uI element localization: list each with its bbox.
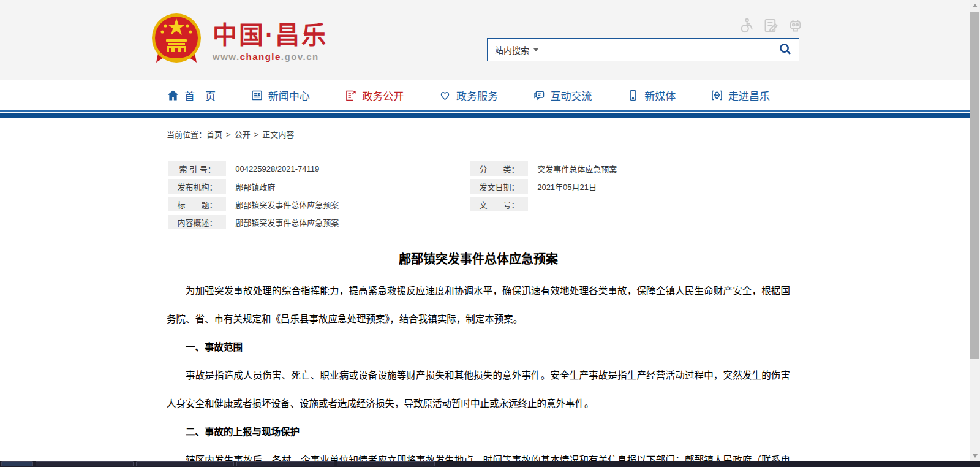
site-name: 中国·昌乐 — [213, 21, 328, 49]
nav-item-gov-service[interactable]: 政务服务 — [439, 88, 498, 103]
article-heading: 一、事故范围 — [167, 333, 790, 362]
newspaper-icon — [251, 89, 263, 102]
robot-icon[interactable] — [787, 17, 804, 34]
site-url-domain: changle — [240, 51, 281, 62]
table-row: 标 题： 鄌郚镇突发事件总体应急预案 文 号： — [168, 197, 768, 211]
breadcrumb-section-link[interactable]: 公开 — [235, 130, 251, 139]
taskbar-button[interactable] — [337, 461, 435, 466]
breadcrumb-prefix: 当前位置： — [167, 130, 206, 139]
breadcrumb-separator: > — [226, 130, 231, 139]
scrollbar-thumb[interactable] — [970, 12, 979, 359]
heart-icon — [439, 89, 451, 102]
meta-label: 发布机构： — [168, 179, 226, 194]
logo-text: 中国·昌乐 www.changle.gov.cn — [213, 21, 328, 62]
nav-item-news[interactable]: 新闻中心 — [251, 88, 310, 103]
meta-label: 标 题： — [168, 197, 226, 211]
meta-label: 发文日期： — [470, 179, 528, 194]
meta-value — [530, 197, 768, 211]
chat-bubble-icon — [533, 89, 546, 102]
site-logo[interactable]: 中国·昌乐 www.changle.gov.cn — [150, 12, 328, 70]
map-pin-icon — [710, 89, 723, 102]
search-input[interactable] — [546, 39, 772, 61]
nav-label: 互动交流 — [551, 88, 592, 103]
smartphone-icon — [627, 89, 639, 102]
divider-line-thick — [0, 113, 970, 118]
meta-label: 分 类： — [470, 161, 528, 176]
breadcrumb: 当前位置：首页>公开>正文内容 — [167, 128, 970, 140]
article-body: 为加强突发事故处理的综合指挥能力，提高紧急救援反应速度和协调水平，确保迅速有效地… — [167, 277, 790, 461]
scrollbar-up-arrow[interactable] — [970, 0, 980, 10]
search-icon — [778, 42, 793, 58]
home-icon — [167, 89, 179, 102]
taskbar-start-button[interactable] — [1, 461, 33, 466]
meta-value: 004225928/2021-74119 — [228, 161, 469, 176]
document-arrow-icon — [344, 89, 357, 102]
meta-value: 鄌郚镇政府 — [228, 179, 469, 194]
utility-icons — [738, 17, 804, 34]
chevron-down-icon — [533, 48, 538, 51]
nav-item-interaction[interactable]: 互动交流 — [533, 88, 592, 103]
nav-item-visit-changle[interactable]: 走进昌乐 — [710, 88, 770, 103]
triangle-down-icon — [973, 454, 978, 458]
taskbar-button[interactable] — [236, 461, 334, 466]
nav-item-home[interactable]: 首 页 — [167, 88, 216, 103]
nav-label: 新媒体 — [644, 88, 676, 103]
table-row: 内容概述： 鄌郚镇突发事件总体应急预案 — [168, 215, 768, 229]
breadcrumb-separator: > — [254, 130, 259, 139]
breadcrumb-current: 正文内容 — [262, 130, 294, 139]
nav-label: 新闻中心 — [268, 88, 310, 103]
meta-value: 鄌郚镇突发事件总体应急预案 — [228, 197, 469, 211]
nav-label: 首 页 — [184, 88, 216, 103]
nav-label: 政务公开 — [362, 88, 404, 103]
table-row: 发布机构： 鄌郚镇政府 发文日期： 2021年05月21日 — [168, 179, 768, 194]
taskbar-button[interactable] — [36, 461, 134, 466]
article-paragraph: 为加强突发事故处理的综合指挥能力，提高紧急救援反应速度和协调水平，确保迅速有效地… — [167, 277, 790, 333]
meta-label: 内容概述： — [168, 215, 226, 229]
correction-icon[interactable] — [763, 17, 779, 34]
search-scope-dropdown[interactable]: 站内搜索 — [488, 39, 546, 61]
taskbar-button[interactable] — [136, 461, 234, 466]
search-scope-label: 站内搜索 — [495, 44, 529, 56]
accessibility-icon[interactable] — [738, 17, 755, 34]
nav-item-new-media[interactable]: 新媒体 — [627, 88, 676, 103]
article-heading: 二、事故的上报与现场保护 — [167, 418, 790, 446]
browser-viewport: 中国·昌乐 www.changle.gov.cn — [0, 0, 970, 461]
breadcrumb-home-link[interactable]: 首页 — [206, 130, 222, 139]
search-button[interactable] — [772, 39, 799, 61]
site-url-suffix: .gov.cn — [281, 51, 319, 62]
national-emblem-icon — [150, 12, 203, 70]
scrollbar-down-arrow[interactable] — [970, 450, 980, 461]
main-navigation: 首 页 新闻中心 — [0, 80, 970, 110]
article-paragraph: 事故是指造成人员伤害、死亡、职业病或设备设施等财产损失和其他损失的意外事件。安全… — [167, 362, 790, 418]
meta-value: 2021年05月21日 — [530, 179, 768, 194]
nav-label: 走进昌乐 — [728, 88, 770, 103]
meta-label: 索 引 号： — [168, 161, 226, 176]
meta-value: 鄌郚镇突发事件总体应急预案 — [228, 215, 768, 229]
search-bar: 站内搜索 — [487, 38, 799, 61]
site-url: www.changle.gov.cn — [213, 51, 328, 62]
taskbar — [0, 461, 980, 467]
article: 鄌郚镇突发事件总体应急预案 为加强突发事故处理的综合指挥能力，提高紧急救援反应速… — [167, 249, 790, 461]
nav-label: 政务服务 — [456, 88, 498, 103]
meta-label: 文 号： — [470, 197, 528, 211]
nav-item-gov-open[interactable]: 政务公开 — [344, 88, 404, 103]
site-header: 中国·昌乐 www.changle.gov.cn — [0, 0, 970, 80]
vertical-scrollbar[interactable] — [970, 0, 980, 461]
site-url-prefix: www. — [213, 51, 240, 62]
table-row: 索 引 号： 004225928/2021-74119 分 类： 突发事件总体应… — [168, 161, 768, 176]
triangle-up-icon — [973, 4, 978, 7]
document-meta-table: 索 引 号： 004225928/2021-74119 分 类： 突发事件总体应… — [167, 158, 770, 232]
page-title: 鄌郚镇突发事件总体应急预案 — [167, 249, 790, 267]
article-paragraph: 辖区内发生事故后，各村、企事业单位知情者应立即将事故发生地点、时间等事故的基本情… — [167, 446, 790, 461]
meta-value: 突发事件总体应急预案 — [530, 161, 768, 176]
